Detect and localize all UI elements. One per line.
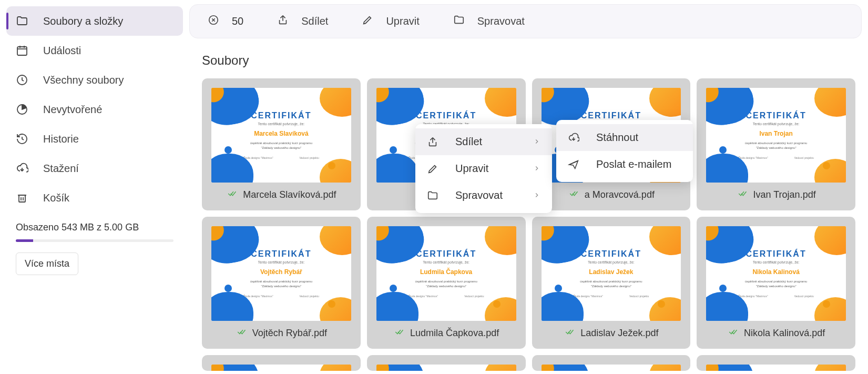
edit-button[interactable]: Upravit — [356, 11, 424, 32]
context-menu[interactable]: Sdílet Upravit Spravovat Stáhnout Poslat… — [415, 124, 552, 213]
file-thumbnail — [706, 365, 846, 371]
file-name: Vojtěch Rybář.pdf — [252, 328, 327, 339]
file-card[interactable] — [532, 355, 691, 371]
sidebar-item-files-folders[interactable]: Soubory a složky — [6, 6, 183, 36]
clock-icon — [16, 74, 28, 86]
file-thumbnail: CERTIFIKÁT Tento certifikát potvrzuje, ž… — [376, 226, 516, 321]
folder-icon — [427, 190, 440, 201]
ctx-download[interactable]: Stáhnout — [556, 124, 693, 151]
chevron-right-icon — [533, 163, 540, 175]
pencil-icon — [427, 163, 440, 175]
chevron-right-icon — [533, 189, 540, 201]
sidebar-item-trash[interactable]: Košík — [6, 183, 183, 213]
file-thumbnail: CERTIFIKÁT Tento certifikát potvrzuje, ž… — [211, 88, 351, 183]
file-thumbnail: CERTIFIKÁT Tento certifikát potvrzuje, ž… — [706, 88, 846, 183]
check-icon — [737, 189, 748, 201]
sidebar-item-not-created[interactable]: Nevytvořené — [6, 95, 183, 124]
check-icon — [236, 327, 247, 339]
more-space-button[interactable]: Více místa — [16, 252, 78, 275]
toolbar-label: Upravit — [386, 15, 419, 27]
svg-marker-16 — [569, 160, 578, 168]
ctx-label: Poslat e-mailem — [596, 158, 671, 170]
file-card[interactable]: CERTIFIKÁT Tento certifikát potvrzuje, ž… — [202, 217, 361, 349]
sidebar-item-label: Události — [43, 45, 81, 57]
sidebar-item-label: Košík — [43, 192, 69, 204]
file-name: Marcela Slavíková.pdf — [243, 189, 336, 200]
file-grid: CERTIFIKÁT Tento certifikát potvrzuje, ž… — [202, 78, 855, 349]
share-button[interactable]: Sdílet — [272, 11, 333, 32]
file-label: a Moravcová.pdf — [542, 189, 681, 201]
folder-icon — [453, 14, 465, 28]
context-submenu[interactable]: Stáhnout Poslat e-mailem — [556, 120, 693, 182]
ctx-label: Sdílet — [455, 136, 482, 148]
svg-rect-6 — [19, 195, 25, 202]
check-icon — [727, 327, 739, 339]
file-thumbnail: CERTIFIKÁT Tento certifikát potvrzuje, ž… — [211, 226, 351, 321]
manage-button[interactable]: Spravovat — [448, 11, 530, 32]
check-icon — [226, 189, 238, 201]
trash-icon — [16, 191, 28, 204]
check-icon — [564, 327, 575, 339]
history-icon — [16, 133, 28, 145]
file-label: Marcela Slavíková.pdf — [211, 189, 351, 201]
ctx-label: Spravovat — [455, 189, 503, 201]
file-thumbnail — [376, 365, 516, 371]
ctx-email[interactable]: Poslat e-mailem — [556, 151, 693, 178]
check-icon — [393, 327, 405, 339]
sidebar-item-history[interactable]: Historie — [6, 124, 183, 154]
file-name: Nikola Kalinová.pdf — [744, 328, 825, 339]
send-icon — [568, 159, 580, 170]
file-label: Nikola Kalinová.pdf — [706, 327, 846, 339]
file-label: Vojtěch Rybář.pdf — [211, 327, 351, 339]
file-card[interactable] — [202, 355, 361, 371]
download-cloud-icon — [16, 162, 28, 175]
sidebar-item-all-files[interactable]: Všechny soubory — [6, 65, 183, 95]
file-card[interactable]: CERTIFIKÁT Tento certifikát potvrzuje, ž… — [697, 217, 855, 349]
file-name: Ludmila Čapkova.pdf — [410, 328, 499, 339]
ctx-manage[interactable]: Spravovat — [415, 182, 552, 209]
chevron-right-icon — [533, 136, 540, 148]
file-thumbnail — [211, 365, 351, 371]
file-card[interactable]: CERTIFIKÁT Tento certifikát potvrzuje, ž… — [532, 217, 691, 349]
sidebar: Soubory a složky Události Všechny soubor… — [0, 0, 189, 374]
file-card[interactable]: CERTIFIKÁT Tento certifikát potvrzuje, ž… — [202, 78, 361, 210]
ctx-label: Upravit — [455, 163, 488, 175]
file-thumbnail: CERTIFIKÁT Tento certifikát potvrzuje, ž… — [706, 226, 846, 321]
download-cloud-icon — [568, 132, 580, 144]
sidebar-item-downloads[interactable]: Stažení — [6, 154, 183, 183]
file-thumbnail: CERTIFIKÁT Tento certifikát potvrzuje, ž… — [542, 226, 681, 321]
file-card[interactable]: CERTIFIKÁT Tento certifikát potvrzuje, ž… — [367, 217, 526, 349]
file-label: Ivan Trojan.pdf — [706, 189, 846, 201]
folder-icon — [16, 15, 28, 27]
calendar-icon — [16, 44, 28, 57]
deselect-button[interactable]: 50 — [202, 11, 249, 32]
sidebar-item-label: Stažení — [43, 163, 79, 175]
file-card[interactable]: CERTIFIKÁT Tento certifikát potvrzuje, ž… — [697, 78, 855, 210]
sidebar-item-label: Všechny soubory — [43, 74, 124, 86]
section-title: Soubory — [202, 53, 855, 68]
sidebar-item-events[interactable]: Události — [6, 36, 183, 65]
file-label: Ludmila Čapkova.pdf — [376, 327, 516, 339]
check-icon — [568, 189, 579, 201]
ctx-label: Stáhnout — [596, 132, 638, 144]
share-icon — [277, 14, 289, 28]
pie-icon — [16, 103, 28, 116]
file-card[interactable] — [367, 355, 526, 371]
file-name: a Moravcová.pdf — [585, 189, 655, 200]
toolbar-label: Sdílet — [301, 15, 328, 27]
storage-bar — [16, 239, 173, 242]
sidebar-item-label: Soubory a složky — [43, 15, 123, 27]
pencil-icon — [362, 14, 373, 28]
close-circle-icon — [208, 14, 219, 28]
toolbar: 50 Sdílet Upravit Spravovat — [189, 4, 862, 38]
sidebar-item-label: Nevytvořené — [43, 104, 102, 116]
ctx-share[interactable]: Sdílet — [415, 128, 552, 155]
file-thumbnail — [542, 365, 681, 371]
share-icon — [427, 136, 440, 148]
file-name: Ladislav Ježek.pdf — [580, 328, 658, 339]
svg-rect-0 — [17, 47, 27, 55]
file-card[interactable] — [697, 355, 855, 371]
storage-info: Obsazeno 543 MB z 5.00 GB Více místa — [6, 213, 183, 285]
ctx-edit[interactable]: Upravit — [415, 155, 552, 182]
toolbar-label: Spravovat — [477, 15, 525, 27]
